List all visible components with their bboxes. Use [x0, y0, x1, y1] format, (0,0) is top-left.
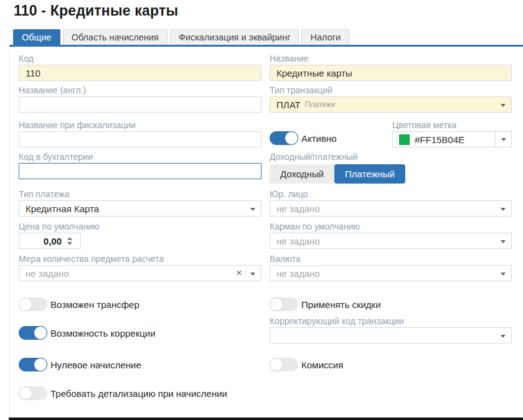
bottom-edge-bar — [9, 418, 523, 420]
clear-icon[interactable]: × — [236, 268, 242, 279]
dropdown-arrow-icon — [501, 138, 506, 141]
nazvanie-input[interactable] — [276, 68, 505, 78]
tip-tranzakcij-select[interactable]: ПЛАТ Платежи — [270, 96, 512, 113]
toggle-row-komissiya: Комиссия — [270, 358, 512, 371]
tab-fiskalizaciya-ekvayring[interactable]: Фискализация и эквайринг — [170, 29, 299, 45]
kod-input[interactable] — [26, 68, 255, 78]
toggle-knob — [34, 358, 47, 371]
karman-label: Карман по умолчанию — [270, 222, 512, 231]
toggle-row-nulevoe: Нулевое начисление — [19, 358, 262, 371]
toggle-row-korrekcia: Возможность коррекции — [19, 326, 262, 340]
transfer-toggle-label: Возможен трансфер — [50, 299, 139, 310]
tab-obschie[interactable]: Общие — [13, 29, 60, 45]
nazvanie-input-box — [270, 65, 512, 81]
korrekcia-toggle[interactable] — [19, 326, 47, 340]
field-kod-buh: Код в бухгалтерии — [19, 152, 262, 179]
toggle-knob — [34, 326, 47, 340]
toggle-row-skidki: Применять скидки — [270, 297, 512, 311]
yur-lico-select[interactable]: не задано — [270, 200, 512, 217]
toggle-row-detalizaciya: Требовать детализацию при начислении — [19, 386, 280, 400]
skidki-toggle[interactable] — [270, 297, 298, 311]
payment-type-form: 110 - Кредитные карты Общие Область начи… — [0, 0, 523, 420]
dohod-platezh-segmented: Доходный Платежный — [270, 164, 405, 184]
skidki-toggle-label: Применять скидки — [301, 299, 381, 310]
detalizaciya-toggle-label: Требовать детализацию при начислении — [50, 388, 227, 399]
valyuta-label: Валюта — [270, 254, 512, 264]
mera-label: Мера количества предмета расчета — [19, 254, 262, 264]
nazvanie-angl-input-box — [19, 96, 262, 113]
nazvanie-angl-input[interactable] — [26, 100, 255, 110]
cena-spinner[interactable]: 0,00 — [19, 233, 81, 249]
tip-platezha-select[interactable]: Кредитная Карта — [19, 200, 262, 217]
tip-platezha-label: Тип платежа — [19, 189, 262, 199]
field-karman: Карман по умолчанию не задано — [270, 222, 512, 249]
field-cena: Цена по умолчанию 0,00 — [19, 222, 262, 249]
yur-lico-label: Юр. лицо — [270, 189, 512, 199]
nazvanie-angl-label: Название (англ.) — [19, 85, 262, 95]
field-korr-kod: Корректирующий код транзакции — [270, 316, 512, 343]
nulevoe-toggle-label: Нулевое начисление — [50, 360, 141, 370]
dropdown-arrow-icon — [501, 208, 506, 211]
dohod-platezh-label: Доходный/платежный — [270, 152, 512, 162]
tab-underline — [9, 45, 523, 47]
cvetovaya-metka-select[interactable]: #FF15B04E — [392, 131, 512, 147]
field-tip-tranzakcij: Тип транзакций ПЛАТ Платежи — [270, 85, 512, 113]
field-nazvanie-fisk: Название при фискализации — [19, 120, 262, 147]
tip-tranzakcij-value: ПЛАТ — [276, 100, 301, 110]
dropdown-arrow-icon — [501, 240, 506, 243]
nazvanie-fisk-label: Название при фискализации — [19, 120, 262, 130]
dropdown-arrow-icon[interactable] — [501, 104, 506, 107]
cena-label: Цена по умолчанию — [19, 222, 262, 231]
divider — [245, 269, 246, 278]
cvetovaya-metka-label: Цветовая метка — [392, 120, 512, 130]
nazvanie-fisk-input[interactable] — [26, 134, 255, 145]
tip-tranzakcij-value-desc: Платежи — [305, 100, 336, 109]
mera-placeholder: не задано — [26, 268, 69, 279]
field-dohod-platezh: Доходный/платежный Доходный Платежный — [270, 152, 512, 184]
nazvanie-label: Название — [270, 54, 512, 63]
valyuta-placeholder: не задано — [276, 268, 320, 279]
field-nazvanie-angl: Название (англ.) — [19, 85, 262, 113]
tip-platezha-value: Кредитная Карта — [26, 203, 99, 214]
kod-buh-input[interactable] — [26, 166, 255, 177]
field-mera: Мера количества предмета расчета не зада… — [19, 254, 262, 281]
field-nazvanie: Название — [270, 54, 512, 81]
tip-tranzakcij-label: Тип транзакций — [270, 85, 512, 95]
mera-select[interactable]: не задано × — [19, 265, 262, 281]
toggle-knob — [285, 131, 298, 145]
tab-oblast-nachisleniya[interactable]: Область начисления — [63, 29, 167, 45]
toggle-knob — [270, 358, 283, 371]
kod-label: Код — [19, 54, 262, 63]
kod-buh-label: Код в бухгалтерии — [19, 152, 262, 162]
kod-input-box — [19, 65, 262, 81]
panel-left-border — [9, 47, 10, 418]
toggle-knob — [19, 297, 32, 311]
dropdown-arrow-icon — [501, 335, 506, 338]
nazvanie-fisk-input-box — [19, 131, 262, 147]
tab-nalogi[interactable]: Налоги — [301, 29, 349, 45]
komissiya-toggle[interactable] — [270, 358, 298, 371]
toggle-knob — [270, 297, 283, 311]
segment-dohodny[interactable]: Доходный — [270, 164, 334, 184]
yur-lico-placeholder: не задано — [276, 203, 320, 214]
field-yur-lico: Юр. лицо не задано — [270, 189, 512, 217]
aktivno-toggle-label: Активно — [301, 133, 337, 144]
korrekcia-toggle-label: Возможность коррекции — [50, 328, 156, 338]
kod-buh-input-box — [19, 163, 262, 179]
spin-up-icon[interactable] — [67, 237, 72, 240]
cvetovaya-metka-dropdown-button[interactable] — [495, 132, 511, 147]
aktivno-toggle[interactable] — [270, 131, 298, 145]
dropdown-arrow-icon[interactable] — [250, 273, 255, 276]
spin-down-icon[interactable] — [67, 242, 72, 245]
segment-platezhny[interactable]: Платежный — [334, 164, 405, 184]
korr-kod-label: Корректирующий код транзакции — [270, 316, 512, 326]
karman-select[interactable]: не задано — [270, 233, 512, 249]
korr-kod-select[interactable] — [270, 327, 512, 343]
dropdown-arrow-icon — [250, 208, 255, 211]
dropdown-arrow-icon — [501, 273, 506, 276]
nulevoe-toggle[interactable] — [19, 358, 47, 371]
transfer-toggle[interactable] — [19, 297, 47, 311]
valyuta-select[interactable]: не задано — [270, 265, 512, 281]
toggle-knob — [19, 386, 32, 400]
detalizaciya-toggle[interactable] — [19, 386, 47, 400]
